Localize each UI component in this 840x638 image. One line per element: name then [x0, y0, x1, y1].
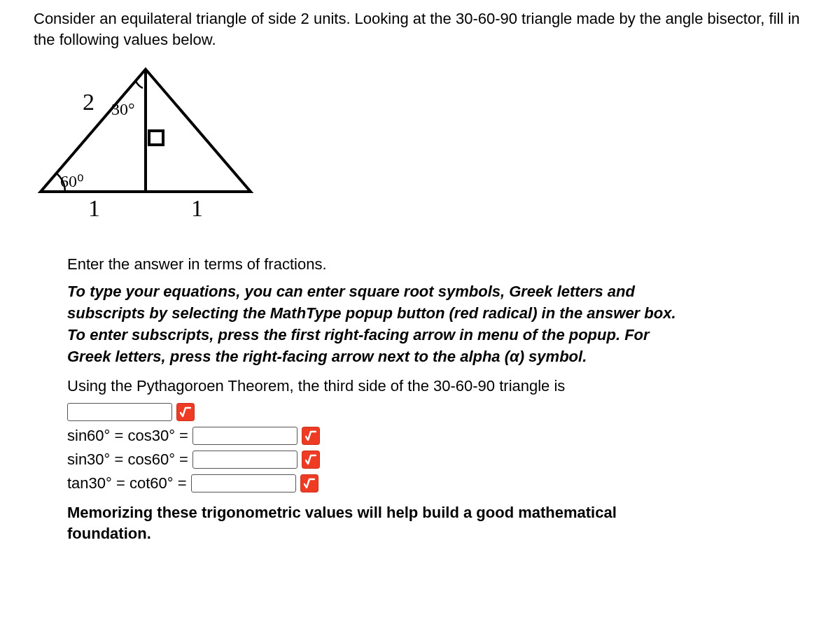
top-angle-label: 30°	[111, 100, 135, 118]
sin30-label: sin30° = cos60° =	[67, 451, 188, 469]
radical-icon	[305, 430, 316, 441]
sin60-row: sin60° = cos30° =	[67, 427, 697, 445]
right-angle-square	[149, 131, 163, 145]
tan30-label: tan30° = cot60° =	[67, 474, 187, 492]
side-label: 2	[83, 89, 94, 115]
tan30-row: tan30° = cot60° =	[67, 474, 697, 492]
mathtype-instructions: To type your equations, you can enter sq…	[67, 281, 697, 367]
intro-text: Consider an equilateral triangle of side…	[34, 8, 806, 50]
memorize-note: Memorizing these trigonometric values wi…	[67, 502, 697, 544]
mathtype-button[interactable]	[176, 403, 195, 421]
sin30-row: sin30° = cos60° =	[67, 451, 697, 469]
enter-fractions-text: Enter the answer in terms of fractions.	[67, 254, 697, 276]
top-angle-arc	[136, 81, 143, 88]
base-angle-label: 60⁰	[60, 172, 84, 190]
third-side-input[interactable]	[67, 403, 172, 421]
page-container: Consider an equilateral triangle of side…	[0, 0, 840, 588]
sin60-input[interactable]	[192, 427, 298, 445]
sin30-input[interactable]	[192, 451, 298, 469]
content-block: Enter the answer in terms of fractions. …	[67, 254, 697, 544]
mathtype-button[interactable]	[300, 474, 318, 492]
radical-icon	[180, 406, 191, 418]
radical-icon	[304, 478, 315, 489]
base-left-label: 1	[88, 195, 100, 221]
triangle-svg: 2 30° 60⁰ 1 1	[34, 55, 258, 230]
pythagorean-prompt: Using the Pythagoroen Theorem, the third…	[67, 376, 697, 397]
triangle-diagram: 2 30° 60⁰ 1 1	[34, 55, 806, 233]
mathtype-button[interactable]	[302, 451, 320, 469]
base-right-label: 1	[191, 195, 203, 221]
third-side-row	[67, 403, 697, 421]
mathtype-button[interactable]	[302, 427, 320, 445]
tan30-input[interactable]	[191, 474, 296, 492]
sin60-label: sin60° = cos30° =	[67, 427, 188, 445]
radical-icon	[305, 454, 316, 465]
